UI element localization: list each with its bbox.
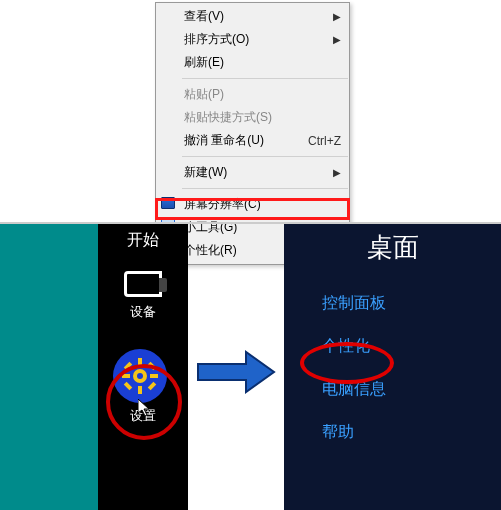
charm-devices-label: 设备	[98, 303, 188, 321]
menu-label: 新建(W)	[184, 164, 227, 181]
menu-paste-shortcut: 粘贴快捷方式(S)	[156, 106, 349, 129]
menu-separator	[182, 188, 348, 189]
menu-shortcut: Ctrl+Z	[288, 134, 341, 148]
submenu-arrow-icon: ▶	[333, 34, 341, 45]
menu-paste: 粘贴(P)	[156, 83, 349, 106]
submenu-arrow-icon: ▶	[333, 167, 341, 178]
submenu-arrow-icon: ▶	[333, 11, 341, 22]
desktop-title: 桌面	[284, 230, 501, 265]
arrow-icon	[196, 350, 276, 394]
menu-new[interactable]: 新建(W)▶	[156, 161, 349, 184]
top-panel: 查看(V)▶ 排序方式(O)▶ 刷新(E) 粘贴(P) 粘贴快捷方式(S) 撤消…	[0, 0, 501, 222]
menu-undo-rename[interactable]: 撤消 重命名(U)Ctrl+Z	[156, 129, 349, 152]
menu-separator	[182, 78, 348, 79]
menu-refresh[interactable]: 刷新(E)	[156, 51, 349, 74]
teal-background	[0, 224, 98, 510]
cursor-icon	[138, 399, 152, 417]
link-control-panel[interactable]: 控制面板	[322, 293, 501, 314]
devices-icon	[124, 271, 162, 297]
menu-label: 撤消 重命名(U)	[184, 132, 264, 149]
highlight-rectangle	[155, 198, 350, 220]
charm-devices[interactable]: 设备	[98, 271, 188, 321]
charm-title: 开始	[98, 230, 188, 251]
menu-label: 刷新(E)	[184, 54, 224, 71]
menu-label: 粘贴快捷方式(S)	[184, 109, 272, 126]
menu-view[interactable]: 查看(V)▶	[156, 5, 349, 28]
menu-separator	[182, 156, 348, 157]
menu-label: 粘贴(P)	[184, 86, 224, 103]
menu-sort[interactable]: 排序方式(O)▶	[156, 28, 349, 51]
bottom-panel: 开始 设备 设置 桌面 控制面板 个性化 电脑信息 帮助	[0, 222, 501, 510]
highlight-circle-personalize	[300, 342, 394, 384]
link-help[interactable]: 帮助	[322, 422, 501, 443]
menu-label: 排序方式(O)	[184, 31, 249, 48]
menu-label: 查看(V)	[184, 8, 224, 25]
